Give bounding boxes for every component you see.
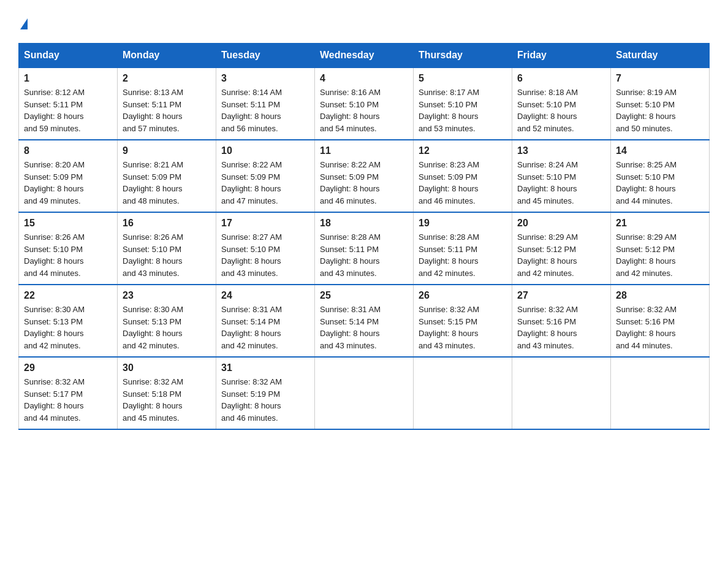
day-info: Sunrise: 8:30 AM Sunset: 5:13 PM Dayligh… bbox=[24, 304, 112, 351]
day-info: Sunrise: 8:28 AM Sunset: 5:11 PM Dayligh… bbox=[320, 231, 408, 279]
day-info: Sunrise: 8:18 AM Sunset: 5:10 PM Dayligh… bbox=[517, 86, 605, 134]
day-info: Sunrise: 8:28 AM Sunset: 5:11 PM Dayligh… bbox=[419, 231, 507, 279]
day-info: Sunrise: 8:22 AM Sunset: 5:09 PM Dayligh… bbox=[221, 159, 309, 207]
calendar-header-monday: Monday bbox=[118, 44, 216, 68]
day-number: 24 bbox=[221, 290, 309, 301]
calendar-week-1: 1 Sunrise: 8:12 AM Sunset: 5:11 PM Dayli… bbox=[19, 67, 710, 140]
calendar-cell: 7 Sunrise: 8:19 AM Sunset: 5:10 PM Dayli… bbox=[611, 67, 710, 140]
calendar-cell: 17 Sunrise: 8:27 AM Sunset: 5:10 PM Dayl… bbox=[216, 212, 315, 285]
page-header bbox=[18, 18, 710, 31]
day-number: 4 bbox=[320, 73, 408, 84]
day-number: 21 bbox=[616, 218, 704, 229]
day-info: Sunrise: 8:23 AM Sunset: 5:09 PM Dayligh… bbox=[419, 159, 507, 207]
calendar-cell: 16 Sunrise: 8:26 AM Sunset: 5:10 PM Dayl… bbox=[118, 212, 216, 285]
day-info: Sunrise: 8:29 AM Sunset: 5:12 PM Dayligh… bbox=[616, 231, 704, 279]
calendar-cell: 6 Sunrise: 8:18 AM Sunset: 5:10 PM Dayli… bbox=[512, 67, 611, 140]
calendar-cell: 10 Sunrise: 8:22 AM Sunset: 5:09 PM Dayl… bbox=[216, 140, 315, 212]
day-info: Sunrise: 8:32 AM Sunset: 5:16 PM Dayligh… bbox=[517, 304, 605, 351]
day-number: 14 bbox=[616, 145, 704, 156]
day-info: Sunrise: 8:12 AM Sunset: 5:11 PM Dayligh… bbox=[24, 86, 112, 134]
day-number: 16 bbox=[123, 218, 211, 229]
calendar-header-wednesday: Wednesday bbox=[315, 44, 414, 68]
day-info: Sunrise: 8:17 AM Sunset: 5:10 PM Dayligh… bbox=[419, 86, 507, 134]
calendar-header-thursday: Thursday bbox=[414, 44, 512, 68]
calendar-cell: 8 Sunrise: 8:20 AM Sunset: 5:09 PM Dayli… bbox=[19, 140, 118, 212]
calendar-cell: 1 Sunrise: 8:12 AM Sunset: 5:11 PM Dayli… bbox=[19, 67, 118, 140]
day-info: Sunrise: 8:32 AM Sunset: 5:17 PM Dayligh… bbox=[24, 376, 112, 424]
calendar-cell: 12 Sunrise: 8:23 AM Sunset: 5:09 PM Dayl… bbox=[414, 140, 512, 212]
day-info: Sunrise: 8:14 AM Sunset: 5:11 PM Dayligh… bbox=[221, 86, 309, 134]
day-number: 1 bbox=[24, 73, 112, 84]
calendar-cell bbox=[611, 357, 710, 429]
calendar-week-5: 29 Sunrise: 8:32 AM Sunset: 5:17 PM Dayl… bbox=[19, 357, 710, 429]
calendar-cell bbox=[512, 357, 611, 429]
day-number: 2 bbox=[123, 73, 211, 84]
calendar-cell: 15 Sunrise: 8:26 AM Sunset: 5:10 PM Dayl… bbox=[19, 212, 118, 285]
calendar-week-3: 15 Sunrise: 8:26 AM Sunset: 5:10 PM Dayl… bbox=[19, 212, 710, 285]
calendar-cell: 26 Sunrise: 8:32 AM Sunset: 5:15 PM Dayl… bbox=[414, 285, 512, 357]
day-number: 26 bbox=[419, 290, 507, 301]
day-number: 18 bbox=[320, 218, 408, 229]
day-info: Sunrise: 8:20 AM Sunset: 5:09 PM Dayligh… bbox=[24, 159, 112, 207]
calendar-header-friday: Friday bbox=[512, 44, 611, 68]
day-number: 15 bbox=[24, 218, 112, 229]
calendar-cell: 31 Sunrise: 8:32 AM Sunset: 5:19 PM Dayl… bbox=[216, 357, 315, 429]
calendar-cell: 4 Sunrise: 8:16 AM Sunset: 5:10 PM Dayli… bbox=[315, 67, 414, 140]
calendar-cell bbox=[315, 357, 414, 429]
calendar-cell: 25 Sunrise: 8:31 AM Sunset: 5:14 PM Dayl… bbox=[315, 285, 414, 357]
calendar-table: SundayMondayTuesdayWednesdayThursdayFrid… bbox=[18, 43, 710, 430]
calendar-cell: 9 Sunrise: 8:21 AM Sunset: 5:09 PM Dayli… bbox=[118, 140, 216, 212]
day-number: 6 bbox=[517, 73, 605, 84]
calendar-cell: 14 Sunrise: 8:25 AM Sunset: 5:10 PM Dayl… bbox=[611, 140, 710, 212]
calendar-cell: 28 Sunrise: 8:32 AM Sunset: 5:16 PM Dayl… bbox=[611, 285, 710, 357]
calendar-cell: 19 Sunrise: 8:28 AM Sunset: 5:11 PM Dayl… bbox=[414, 212, 512, 285]
day-info: Sunrise: 8:29 AM Sunset: 5:12 PM Dayligh… bbox=[517, 231, 605, 279]
day-info: Sunrise: 8:26 AM Sunset: 5:10 PM Dayligh… bbox=[24, 231, 112, 279]
calendar-header-saturday: Saturday bbox=[611, 44, 710, 68]
calendar-cell: 30 Sunrise: 8:32 AM Sunset: 5:18 PM Dayl… bbox=[118, 357, 216, 429]
day-info: Sunrise: 8:31 AM Sunset: 5:14 PM Dayligh… bbox=[320, 304, 408, 351]
day-number: 13 bbox=[517, 145, 605, 156]
calendar-cell: 13 Sunrise: 8:24 AM Sunset: 5:10 PM Dayl… bbox=[512, 140, 611, 212]
day-info: Sunrise: 8:22 AM Sunset: 5:09 PM Dayligh… bbox=[320, 159, 408, 207]
day-number: 25 bbox=[320, 290, 408, 301]
calendar-header-tuesday: Tuesday bbox=[216, 44, 315, 68]
day-info: Sunrise: 8:32 AM Sunset: 5:15 PM Dayligh… bbox=[419, 304, 507, 351]
calendar-header-row: SundayMondayTuesdayWednesdayThursdayFrid… bbox=[19, 44, 710, 68]
day-info: Sunrise: 8:16 AM Sunset: 5:10 PM Dayligh… bbox=[320, 86, 408, 134]
day-info: Sunrise: 8:31 AM Sunset: 5:14 PM Dayligh… bbox=[221, 304, 309, 351]
calendar-week-2: 8 Sunrise: 8:20 AM Sunset: 5:09 PM Dayli… bbox=[19, 140, 710, 212]
calendar-cell: 22 Sunrise: 8:30 AM Sunset: 5:13 PM Dayl… bbox=[19, 285, 118, 357]
day-number: 19 bbox=[419, 218, 507, 229]
day-info: Sunrise: 8:25 AM Sunset: 5:10 PM Dayligh… bbox=[616, 159, 704, 207]
day-number: 29 bbox=[24, 362, 112, 373]
logo-triangle-icon bbox=[20, 18, 28, 29]
day-info: Sunrise: 8:32 AM Sunset: 5:16 PM Dayligh… bbox=[616, 304, 704, 351]
day-number: 7 bbox=[616, 73, 704, 84]
day-number: 9 bbox=[123, 145, 211, 156]
day-info: Sunrise: 8:30 AM Sunset: 5:13 PM Dayligh… bbox=[123, 304, 211, 351]
day-number: 28 bbox=[616, 290, 704, 301]
day-number: 22 bbox=[24, 290, 112, 301]
calendar-body: 1 Sunrise: 8:12 AM Sunset: 5:11 PM Dayli… bbox=[19, 67, 710, 429]
day-number: 3 bbox=[221, 73, 309, 84]
day-info: Sunrise: 8:32 AM Sunset: 5:19 PM Dayligh… bbox=[221, 376, 309, 424]
day-info: Sunrise: 8:24 AM Sunset: 5:10 PM Dayligh… bbox=[517, 159, 605, 207]
day-info: Sunrise: 8:21 AM Sunset: 5:09 PM Dayligh… bbox=[123, 159, 211, 207]
day-info: Sunrise: 8:26 AM Sunset: 5:10 PM Dayligh… bbox=[123, 231, 211, 279]
day-info: Sunrise: 8:27 AM Sunset: 5:10 PM Dayligh… bbox=[221, 231, 309, 279]
day-number: 10 bbox=[221, 145, 309, 156]
calendar-cell: 23 Sunrise: 8:30 AM Sunset: 5:13 PM Dayl… bbox=[118, 285, 216, 357]
calendar-header-sunday: Sunday bbox=[19, 44, 118, 68]
day-number: 17 bbox=[221, 218, 309, 229]
day-info: Sunrise: 8:32 AM Sunset: 5:18 PM Dayligh… bbox=[123, 376, 211, 424]
day-number: 20 bbox=[517, 218, 605, 229]
day-number: 8 bbox=[24, 145, 112, 156]
day-info: Sunrise: 8:19 AM Sunset: 5:10 PM Dayligh… bbox=[616, 86, 704, 134]
calendar-cell: 20 Sunrise: 8:29 AM Sunset: 5:12 PM Dayl… bbox=[512, 212, 611, 285]
calendar-cell: 3 Sunrise: 8:14 AM Sunset: 5:11 PM Dayli… bbox=[216, 67, 315, 140]
day-number: 23 bbox=[123, 290, 211, 301]
day-number: 5 bbox=[419, 73, 507, 84]
calendar-cell: 29 Sunrise: 8:32 AM Sunset: 5:17 PM Dayl… bbox=[19, 357, 118, 429]
day-number: 12 bbox=[419, 145, 507, 156]
